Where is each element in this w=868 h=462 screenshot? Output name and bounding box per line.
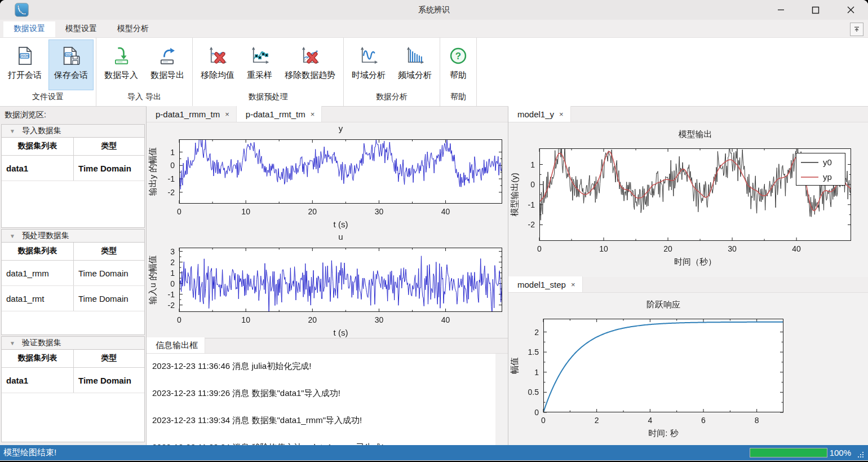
重采样-button[interactable]: 重采样 — [241, 39, 278, 90]
close-tab-icon[interactable]: × — [311, 110, 315, 118]
maximize-button[interactable] — [798, 0, 833, 20]
dataset-row-data1_rmm[interactable]: data1_rmmTime Domain — [2, 261, 144, 286]
打开会话-button[interactable]: JSON打开会话 — [2, 39, 47, 90]
section-header-导入数据集[interactable]: ▼导入数据集 — [1, 124, 145, 138]
main-area: 数据浏览区: ▼导入数据集数据集列表类型data1Time Domain▼预处理… — [0, 107, 868, 445]
ribbon-tab-模型设置[interactable]: 模型设置 — [55, 21, 107, 37]
ribbon-group-导入 导出: 数据导入数据导出导入 导出 — [96, 38, 193, 106]
时域分析-button[interactable]: 时域分析 — [346, 39, 391, 90]
ribbon-tabbar: 数据设置模型设置模型分析 — [0, 20, 868, 38]
column-header-type: 类型 — [74, 138, 144, 155]
移除均值-button[interactable]: 移除均值 — [195, 39, 240, 90]
resample-icon — [250, 46, 270, 66]
tab-model1_step[interactable]: model1_step× — [508, 276, 583, 292]
ribbon-button-label: 数据导出 — [150, 70, 184, 81]
data-export-icon — [157, 46, 178, 66]
dataset-row-data1_rmt[interactable]: data1_rmtTime Domain — [2, 286, 144, 311]
ribbon-group-label: 文件设置 — [2, 91, 94, 106]
数据导入-button[interactable]: 数据导入 — [99, 39, 144, 90]
info-tabbar: 信息输出框 — [147, 338, 508, 354]
dataset-table: 数据集列表类型data1_rmmTime Domaindata1_rmtTime… — [1, 243, 145, 335]
section-header-验证数据集[interactable]: ▼验证数据集 — [1, 336, 145, 350]
output-y-plot-canvas — [147, 122, 508, 230]
progress-area: 100% — [750, 445, 865, 460]
dataset-name: data1 — [2, 156, 74, 181]
dataset-type: Time Domain — [74, 368, 144, 393]
remove-mean-icon — [207, 46, 228, 66]
dataset-name: data1_rmm — [2, 261, 74, 285]
tab-label: 信息输出框 — [156, 340, 198, 351]
dataset-type: Time Domain — [74, 156, 144, 181]
ribbon-tab-数据设置[interactable]: 数据设置 — [3, 21, 55, 37]
close-tab-icon[interactable]: × — [571, 280, 575, 289]
input-u-plot-canvas — [147, 230, 508, 338]
ribbon-button-label: 移除均值 — [201, 70, 234, 81]
column-header-name: 数据集列表 — [2, 138, 74, 155]
close-tab-icon[interactable]: × — [559, 110, 564, 118]
ribbon-button-label: 频域分析 — [398, 70, 432, 81]
tab-p-data1_rmt_tm[interactable]: p-data1_rmt_tm× — [237, 106, 322, 122]
保存会话-button[interactable]: JSON保存会话 — [48, 39, 94, 90]
section-label: 验证数据集 — [22, 338, 61, 348]
collapse-triangle-icon: ▼ — [10, 233, 15, 239]
data-browser-sidebar: 数据浏览区: ▼导入数据集数据集列表类型data1Time Domain▼预处理… — [0, 107, 147, 445]
model-output-tabbar: model1_y× — [508, 107, 868, 122]
center-plot-area — [147, 122, 508, 338]
ribbon-button-label: 保存会话 — [54, 70, 88, 81]
tab-model1_y[interactable]: model1_y× — [508, 106, 571, 122]
section-header-预处理数据集[interactable]: ▼预处理数据集 — [1, 229, 145, 243]
minimize-button[interactable] — [763, 0, 798, 20]
status-text: 模型绘图结束! — [3, 447, 56, 458]
dataset-row-data1[interactable]: data1Time Domain — [2, 156, 144, 181]
ribbon-group-label: 导入 导出 — [98, 91, 191, 106]
freq-domain-icon — [405, 46, 425, 66]
svg-text:?: ? — [455, 51, 461, 61]
center-panel: p-data1_rmm_tm×p-data1_rmt_tm× 信息输出框 202… — [147, 107, 508, 445]
dataset-row-data1[interactable]: data1Time Domain — [2, 368, 144, 393]
model-panel: model1_y× model1_step× — [508, 107, 868, 445]
help-icon: ? — [448, 46, 468, 66]
collapse-triangle-icon: ▼ — [10, 128, 15, 134]
column-header-name: 数据集列表 — [2, 350, 74, 367]
message-list: 2023-12-23 11:36:46 消息 julia初始化完成!2023-1… — [147, 361, 495, 445]
app-window: 系统辨识 数据设置模型设置模型分析 JSON打开会话JSON保存会话文件设置数据… — [0, 0, 868, 461]
tab-label: model1_y — [517, 109, 554, 119]
svg-text:JSON: JSON — [20, 54, 29, 58]
window-controls — [763, 0, 868, 20]
close-tab-icon[interactable]: × — [225, 110, 229, 118]
ribbon-button-label: 数据导入 — [104, 70, 138, 81]
dataset-table: 数据集列表类型data1Time Domain — [1, 350, 145, 442]
resize-grip[interactable] — [857, 451, 865, 459]
detrend-icon — [300, 46, 320, 66]
progress-percent: 100% — [830, 448, 851, 457]
log-message: 2023-12-23 11:36:46 消息 julia初始化完成! — [147, 361, 495, 372]
time-domain-icon — [358, 46, 379, 66]
column-header-type: 类型 — [74, 243, 144, 260]
数据导出-button[interactable]: 数据导出 — [145, 39, 190, 90]
tab-label: model1_step — [517, 280, 566, 289]
tab-p-data1_rmm_tm[interactable]: p-data1_rmm_tm× — [147, 106, 237, 122]
close-button[interactable] — [833, 0, 868, 20]
dataset-type: Time Domain — [74, 261, 144, 285]
ribbon-toolbar: JSON打开会话JSON保存会话文件设置数据导入数据导出导入 导出移除均值重采样… — [0, 38, 868, 107]
column-header-type: 类型 — [74, 350, 144, 367]
ribbon-tab-模型分析[interactable]: 模型分析 — [107, 21, 159, 37]
statusbar: 模型绘图结束! 100% — [0, 445, 868, 460]
data-import-icon — [111, 46, 131, 66]
ribbon-group-数据预处理: 移除均值重采样移除数据趋势数据预处理 — [193, 38, 344, 106]
section-label: 导入数据集 — [22, 126, 61, 136]
collapse-ribbon-button[interactable] — [850, 23, 863, 36]
log-message: 2023-12-23 11:39:26 消息 数据集"data1"导入成功! — [147, 388, 495, 399]
step-response-tabbar: model1_step× — [508, 277, 868, 293]
collapse-triangle-icon: ▼ — [10, 340, 15, 346]
频域分析-button[interactable]: 频域分析 — [392, 39, 437, 90]
tab-信息输出框[interactable]: 信息输出框 — [147, 337, 205, 353]
step-response-plot-canvas — [508, 293, 868, 445]
column-header-name: 数据集列表 — [2, 243, 74, 260]
dataset-type: Time Domain — [74, 286, 144, 311]
model-output-plot-canvas — [508, 122, 868, 277]
titlebar: 系统辨识 — [0, 0, 868, 20]
tab-label: p-data1_rmt_tm — [246, 109, 305, 119]
移除数据趋势-button[interactable]: 移除数据趋势 — [279, 39, 341, 90]
帮助-button[interactable]: ?帮助 — [442, 39, 474, 90]
